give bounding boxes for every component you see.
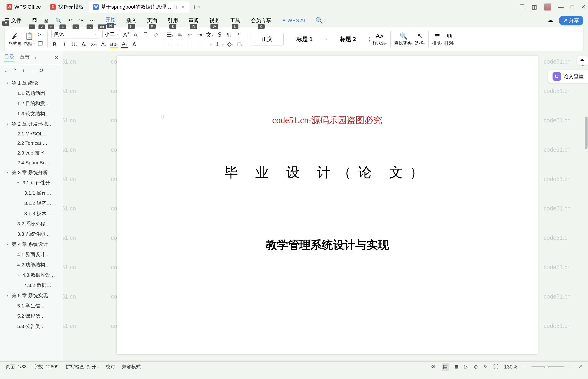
- outline-item[interactable]: 2.4 SpringBo…: [0, 158, 63, 167]
- collapse-up-icon[interactable]: ⌃: [13, 68, 17, 74]
- tab-document-active[interactable]: W 基于springboot的数据库原理… ⎙ ✕: [89, 1, 189, 13]
- outline-item[interactable]: ▾第 1 章 绪论: [0, 78, 63, 88]
- italic-icon[interactable]: I: [61, 41, 68, 48]
- preview-icon[interactable]: 🔍: [55, 17, 62, 23]
- style-heading2[interactable]: 标题 2: [332, 33, 364, 45]
- outline-item[interactable]: 5.1 学生信…: [0, 301, 63, 311]
- menu-page[interactable]: 页面P: [147, 17, 157, 24]
- text-effect-icon[interactable]: A▾: [100, 41, 107, 48]
- show-marks-icon[interactable]: ¶: [236, 32, 242, 38]
- user-avatar[interactable]: [544, 3, 551, 11]
- line-break-icon[interactable]: ¶↓: [226, 32, 233, 38]
- sort-icon[interactable]: S̶: [216, 32, 223, 38]
- page-view-icon[interactable]: ▤: [442, 363, 449, 371]
- increase-indent-icon[interactable]: ⇥: [196, 32, 203, 38]
- menu-insert[interactable]: 插入N: [126, 17, 136, 24]
- fullscreen-icon[interactable]: ⤢: [578, 364, 582, 370]
- status-compat-mode[interactable]: 兼容模式: [122, 363, 141, 370]
- style-h1-drop-icon[interactable]: ▾: [325, 37, 327, 41]
- decrease-indent-icon[interactable]: ⇤: [186, 32, 193, 38]
- redo-icon[interactable]: ↷: [79, 17, 83, 23]
- align-center-icon[interactable]: ≡: [177, 41, 183, 47]
- status-proofread[interactable]: 校对: [106, 363, 115, 370]
- outline-item[interactable]: ▾3.1 可行性分…: [0, 178, 63, 188]
- undo-icon[interactable]: ↶: [68, 17, 72, 23]
- close-icon[interactable]: ✕: [54, 55, 59, 61]
- chevron-down-icon[interactable]: ▾: [17, 181, 21, 185]
- format-painter-button[interactable]: 🖌格式刷: [9, 32, 21, 46]
- outline-item[interactable]: 3.1.2 经济…: [0, 198, 63, 208]
- share-button[interactable]: ↗分享: [559, 16, 583, 25]
- highlight-icon[interactable]: ab▾: [110, 41, 118, 48]
- remove-icon[interactable]: －: [30, 67, 35, 74]
- outline-item[interactable]: 2.2 Tomcat …: [0, 139, 63, 148]
- outline-item[interactable]: ▾第 4 章 系统设计: [0, 239, 63, 249]
- underline-icon[interactable]: U▾: [71, 41, 77, 48]
- styles-gallery-button[interactable]: Aᴀ样式集▾: [373, 32, 387, 46]
- typeset-button[interactable]: ≣排版▾: [432, 32, 442, 46]
- change-case-icon[interactable]: Ξ▾: [143, 31, 149, 37]
- tab-pin-icon[interactable]: ⎙: [174, 4, 177, 10]
- outline-item[interactable]: 3.1.1 操作…: [0, 188, 63, 198]
- paper-check-button[interactable]: C 论文查重: [548, 70, 588, 83]
- menu-tools[interactable]: 工具L: [230, 17, 240, 24]
- status-page[interactable]: 页面: 1/33: [6, 363, 27, 370]
- chevron-down-icon[interactable]: ▾: [7, 294, 10, 298]
- multi-window-icon[interactable]: ❐: [520, 4, 525, 10]
- collapse-panel-icon[interactable]: 🞁: [577, 56, 588, 65]
- outline-item[interactable]: 4.1 界面设计…: [0, 249, 63, 260]
- style-scroll-down-icon[interactable]: ▾: [369, 39, 370, 42]
- outline-item[interactable]: 3.1.3 技术…: [0, 208, 63, 219]
- zoom-in-icon[interactable]: +: [570, 364, 572, 370]
- outline-item[interactable]: 1.2 目的和意…: [0, 98, 63, 109]
- zoom-out-icon[interactable]: −: [523, 364, 526, 370]
- chevron-down-icon[interactable]: ▾: [7, 81, 10, 85]
- find-replace-button[interactable]: 🔍查找替换▾: [394, 32, 413, 46]
- outline-item[interactable]: ▾第 2 章 开发环境…: [0, 119, 63, 129]
- distribute-icon[interactable]: ≡▾: [206, 41, 213, 47]
- add-icon[interactable]: ＋: [21, 67, 26, 74]
- chevron-down-icon[interactable]: ▾: [17, 273, 21, 277]
- outline-item[interactable]: 4.3.2 数据…: [0, 280, 63, 290]
- window-close-icon[interactable]: ✕: [581, 4, 586, 10]
- status-spellcheck[interactable]: 拼写检查: 打开 ▾: [66, 363, 99, 370]
- more-quick-icon[interactable]: ⋯: [90, 17, 95, 23]
- print-icon[interactable]: 🖨: [44, 17, 49, 23]
- outline-item[interactable]: 3.3 系统性能…: [0, 229, 63, 239]
- web-view-icon[interactable]: ⊕: [474, 364, 478, 370]
- text-direction-icon[interactable]: 文▾: [206, 31, 213, 38]
- select-button[interactable]: ↖选择▾: [415, 32, 425, 46]
- cube-icon[interactable]: ◫: [532, 4, 537, 10]
- fit-icon[interactable]: ⛶: [493, 364, 498, 370]
- decrease-font-icon[interactable]: A-: [133, 30, 139, 38]
- line-spacing-icon[interactable]: ‡≡▾: [216, 41, 223, 47]
- sidebar-tab-chapter[interactable]: 章节: [20, 54, 30, 62]
- border-icon[interactable]: □▾: [236, 41, 243, 47]
- vertical-scrollbar[interactable]: [585, 117, 588, 350]
- outline-item[interactable]: ▾4.3 数据库设…: [0, 270, 63, 280]
- style-scroll-up-icon[interactable]: ▴: [369, 36, 370, 39]
- document-viewport[interactable]: code51.cncode51.cncode51.cncode51.cncode…: [63, 51, 588, 361]
- eye-icon[interactable]: 👁: [431, 364, 436, 370]
- tab-wps-office[interactable]: W WPS Office: [2, 1, 45, 13]
- maximize-icon[interactable]: □: [571, 4, 574, 10]
- outline-item[interactable]: 4.2 功能结构…: [0, 260, 63, 270]
- cut-icon[interactable]: ✂: [37, 32, 44, 38]
- paste-button[interactable]: 📋粘贴 ▾: [24, 32, 35, 46]
- clear-format-icon[interactable]: ◇: [152, 31, 159, 37]
- cloud-icon[interactable]: ☁: [547, 17, 553, 24]
- menu-member[interactable]: 会员专享K: [251, 17, 271, 24]
- drag-handle-icon[interactable]: ⠿: [161, 114, 164, 119]
- expand-down-icon[interactable]: ⌄: [4, 68, 8, 74]
- chevron-down-icon[interactable]: ▾: [7, 242, 10, 246]
- style-heading1[interactable]: 标题 1: [288, 33, 321, 45]
- menu-review[interactable]: 审阅R: [188, 17, 199, 24]
- outline-item[interactable]: 5.2 课程信…: [0, 311, 63, 321]
- phonetic-guide-icon[interactable]: A̤: [131, 41, 137, 48]
- outline-item[interactable]: 5.3 公告类…: [0, 321, 63, 332]
- new-tab-button[interactable]: +: [193, 3, 197, 11]
- bold-icon[interactable]: B: [51, 41, 58, 48]
- chevron-down-icon[interactable]: ▾: [7, 171, 10, 174]
- strikethrough-icon[interactable]: A̵▾: [81, 41, 87, 48]
- file-menu[interactable]: ☰ 文件 F: [5, 17, 21, 24]
